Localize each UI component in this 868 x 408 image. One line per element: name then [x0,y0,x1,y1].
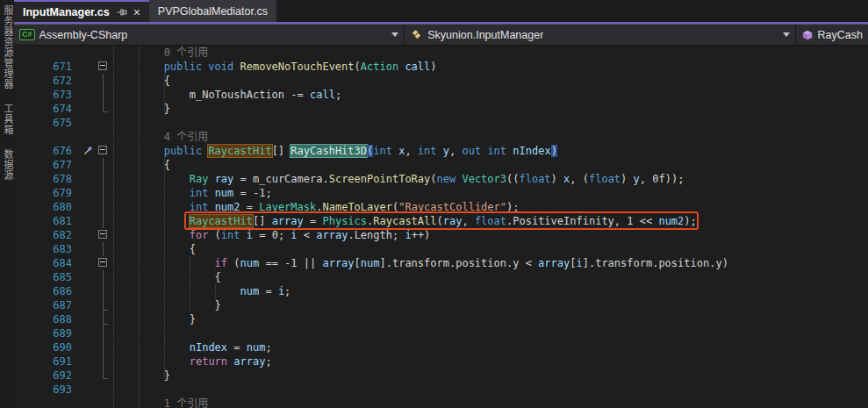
glyph-margin [81,340,95,354]
type-dropdown[interactable]: Skyunion.InputManager [405,25,795,45]
code-area[interactable]: 0 个引用671 public void RemoveNoTouchEvent(… [14,46,868,408]
quick-actions-screwdriver-icon[interactable] [81,144,95,158]
line-number: 680 [14,200,81,214]
line-number: 676 [14,144,81,158]
line-number: 689 [14,326,81,340]
tab-pvpglobalmediator[interactable]: PVPGlobalMediator.cs [149,0,276,22]
codelens-references[interactable]: 0 个引用 [164,47,208,59]
project-dropdown-label: Assembly-CSharp [39,29,128,41]
fold-margin [95,144,111,158]
line-number: 684 [14,256,81,270]
code-text: m_NoToushAction -= call; [111,88,868,102]
fold-margin [95,228,111,242]
code-line: 679 int num = -1; [14,186,868,200]
fold-margin [95,256,111,270]
code-text: public RaycastHit[] RayCashHit3D(int x, … [111,144,868,158]
code-text: { [111,270,868,284]
codelens-line: 1 个引用 [14,397,868,408]
close-icon[interactable]: × [133,6,140,18]
code-text: } [111,312,868,326]
project-dropdown[interactable]: C# Assembly-CSharp [14,25,405,45]
code-text [111,326,868,340]
member-dropdown[interactable]: RayCash [796,25,868,45]
glyph-margin [81,270,95,284]
codelens-line: 4 个引用 [14,130,868,144]
class-icon [410,28,423,41]
glyph-margin [81,369,95,383]
fold-margin [95,214,111,228]
glyph-margin [81,228,95,242]
line-number: 692 [14,369,81,383]
glyph-margin [81,158,95,172]
fold-toggle[interactable] [98,230,107,239]
csharp-project-icon: C# [19,29,35,40]
glyph-margin [81,116,95,130]
fold-toggle[interactable] [98,61,107,70]
line-number: 675 [14,116,81,130]
line-number: 678 [14,172,81,186]
glyph-margin [81,242,95,256]
fold-margin [95,397,111,408]
code-text: 0 个引用 [111,46,868,60]
fold-margin [95,60,111,74]
line-number [14,46,81,60]
code-text: if (num == -1 || array[num].transform.po… [111,256,868,270]
line-number: 683 [14,242,81,256]
fold-margin [95,158,111,172]
fold-margin [95,383,111,397]
line-number: 682 [14,228,81,242]
tab-label: PVPGlobalMediator.cs [158,5,268,18]
line-number: 679 [14,186,81,200]
sidebar-item-toolbox[interactable]: 工具箱 [2,104,14,135]
line-number: 686 [14,284,81,298]
line-number: 687 [14,298,81,312]
glyph-margin [81,74,95,88]
fold-margin [95,74,111,88]
code-text: int num2 = LayerMask.NameToLayer("Raycas… [111,200,868,214]
code-text: 1 个引用 [111,397,868,408]
sidebar-item-data-sources[interactable]: 数据源 [2,149,14,181]
glyph-margin [81,354,95,369]
fold-margin [95,354,111,369]
tab-inputmanager[interactable]: InputManager.cs × [14,0,149,22]
glyph-margin [81,60,95,74]
left-tool-strip: 服务器资源管理器 工具箱 数据源 [0,0,14,408]
chevron-down-icon [783,32,790,37]
code-text: int num = -1; [111,186,868,200]
code-line: 671 public void RemoveNoTouchEvent(Actio… [14,60,868,74]
fold-margin [95,270,111,284]
glyph-margin [81,312,95,326]
tab-label: InputManager.cs [23,6,110,18]
code-line: 680 int num2 = LayerMask.NameToLayer("Ra… [14,200,868,214]
fold-margin [95,242,111,256]
fold-toggle[interactable] [98,146,107,154]
chevron-down-icon [391,32,398,37]
code-text: } [111,298,868,312]
vs-editor-window: 服务器资源管理器 工具箱 数据源 InputManager.cs × PVPGl… [0,0,868,408]
code-line: 689 [14,326,868,340]
fold-margin [95,186,111,200]
code-line: 674 } [14,102,868,116]
sidebar-item-server-explorer[interactable]: 服务器资源管理器 [2,5,14,89]
fold-toggle[interactable] [98,258,107,267]
code-line: 685 { [14,270,868,284]
glyph-margin [81,256,95,270]
code-line: 682 for (int i = 0; i < array.Length; i+… [14,228,868,242]
glyph-margin [81,326,95,340]
code-line: 684 if (num == -1 || array[num].transfor… [14,256,868,270]
fold-margin [95,284,111,298]
codelens-references[interactable]: 4 个引用 [164,131,208,143]
glyph-margin [81,214,95,228]
glyph-margin [81,102,95,116]
line-number: 693 [14,383,81,397]
line-number: 671 [14,60,81,74]
codelens-references[interactable]: 1 个引用 [164,397,208,408]
fold-margin [95,102,111,116]
code-text: nIndex = num; [111,340,868,354]
method-cube-icon [801,29,814,41]
code-text: } [111,369,868,383]
pin-icon[interactable] [117,7,127,18]
code-line: 693 [14,383,868,397]
code-text: return array; [111,354,868,369]
code-line: 690 nIndex = num; [14,340,868,354]
